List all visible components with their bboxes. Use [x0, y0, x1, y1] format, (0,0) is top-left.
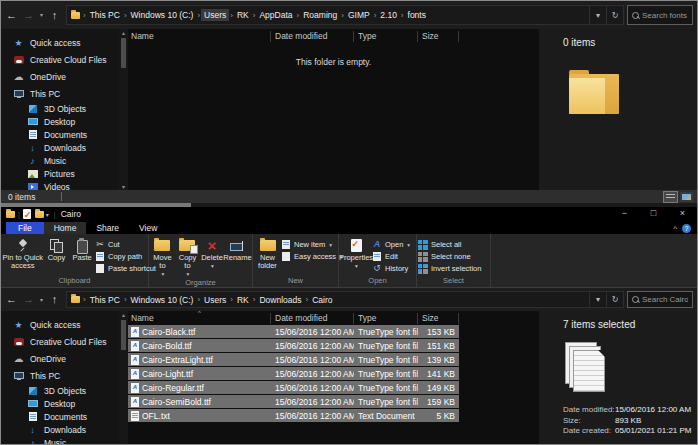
sidebar-scrollbar[interactable]: ▴ [119, 311, 128, 444]
back-icon[interactable]: ← [3, 10, 20, 21]
minimize-icon[interactable]: − [610, 207, 639, 221]
copy-button[interactable]: Copy [44, 236, 70, 276]
back-icon[interactable]: ← [3, 294, 20, 305]
sidebar-item-quick-access[interactable]: ★Quick access [1, 34, 119, 51]
breadcrumb-segment-2-10[interactable]: 2.10 [377, 9, 400, 21]
column-header-name[interactable]: Name [128, 31, 271, 42]
copy-to-button[interactable]: Copy to▾ [175, 236, 200, 278]
scrollbar-track[interactable] [119, 36, 128, 183]
close-icon[interactable]: × [668, 207, 697, 221]
help-icon[interactable]: ? [682, 224, 691, 233]
sidebar-item-desktop[interactable]: Desktop [1, 397, 119, 410]
breadcrumb-segment-roaming[interactable]: Roaming [300, 9, 340, 21]
tab-share[interactable]: Share [86, 222, 129, 234]
refresh-icon[interactable]: ↻ [606, 6, 623, 24]
select-none-button[interactable]: Select none [418, 251, 488, 262]
new-folder-qat-icon[interactable] [35, 211, 44, 218]
column-header-date-modified[interactable]: Date modified [271, 313, 354, 324]
previous-locations-icon[interactable]: ▾ [589, 292, 606, 307]
file-row-ofl-txt[interactable]: OFL.txt15/06/2016 12:00 AMText Document5… [128, 409, 459, 422]
scroll-down-icon[interactable]: ▾ [122, 183, 125, 190]
open-button[interactable]: AOpen▾ [372, 239, 414, 250]
breadcrumb-segment-this-pc[interactable]: This PC [87, 294, 123, 306]
invert-selection-button[interactable]: Invert selection [418, 263, 488, 274]
forward-icon[interactable]: → [20, 10, 37, 21]
sidebar-item-3d-objects[interactable]: 3D Objects [1, 384, 119, 397]
sidebar-item-this-pc[interactable]: This PC [1, 367, 119, 384]
column-header-type[interactable]: Type [354, 313, 418, 324]
sidebar-item-music[interactable]: ♪Music [1, 154, 119, 167]
breadcrumb-segment-gimp[interactable]: GIMP [345, 9, 373, 21]
column-header-date-modified[interactable]: Date modified [271, 31, 354, 42]
sidebar-item-quick-access[interactable]: ★Quick access [1, 316, 119, 333]
breadcrumb-segment-appdata[interactable]: AppData [256, 9, 295, 21]
file-row-cairo-regular-ttf[interactable]: Cairo-Regular.ttf15/06/2016 12:00 AMTrue… [128, 381, 459, 394]
paste-shortcut-button[interactable]: Paste shortcut [95, 263, 147, 274]
sidebar-item-onedrive[interactable]: ☁OneDrive [1, 68, 119, 85]
breadcrumb-segment-users[interactable]: Users [201, 9, 229, 21]
easy-access-button[interactable]: Easy access▾ [281, 251, 337, 262]
breadcrumb-segment-users[interactable]: Users [201, 294, 229, 306]
details-view-icon[interactable] [664, 192, 677, 202]
column-header-type[interactable]: Type [354, 31, 418, 42]
breadcrumb-segment-rk[interactable]: RK [234, 294, 252, 306]
sidebar-item-this-pc[interactable]: This PC [1, 85, 119, 102]
breadcrumb-segment-fonts[interactable]: fonts [405, 9, 429, 21]
rename-button[interactable]: Rename [224, 236, 251, 278]
sidebar-item-3d-objects[interactable]: 3D Objects [1, 102, 119, 115]
forward-icon[interactable]: → [20, 294, 37, 305]
history-button[interactable]: ↺History [372, 263, 414, 274]
paste-button[interactable]: Paste [69, 236, 95, 276]
column-header-size[interactable]: Size [418, 31, 459, 42]
select-all-button[interactable]: Select all [418, 239, 488, 250]
sidebar-item-videos[interactable]: Videos [1, 180, 119, 190]
tab-home[interactable]: Home [44, 222, 87, 234]
scrollbar-track[interactable] [119, 318, 128, 444]
refresh-icon[interactable]: ↻ [606, 292, 623, 307]
file-row-cairo-extralight-ttf[interactable]: Cairo-ExtraLight.ttf15/06/2016 12:00 AMT… [128, 353, 459, 366]
breadcrumb-segment-windows-10-c[interactable]: Windows 10 (C:) [128, 9, 197, 21]
recent-locations-icon[interactable]: ▾ [37, 12, 46, 18]
sidebar-item-documents[interactable]: Documents [1, 128, 119, 141]
breadcrumb-segment-cairo[interactable]: Cairo [309, 294, 335, 306]
new-folder-button[interactable]: New folder [254, 236, 281, 276]
column-header-size[interactable]: Size [418, 313, 459, 324]
scrollbar-thumb[interactable] [121, 38, 126, 68]
sidebar-item-creative-cloud-files[interactable]: Creative Cloud Files [1, 51, 119, 68]
properties-button[interactable]: Properties▾ [340, 236, 372, 276]
scrollbar-thumb[interactable] [121, 320, 126, 350]
edit-button[interactable]: Edit [372, 251, 414, 262]
sidebar-item-creative-cloud-files[interactable]: Creative Cloud Files [1, 333, 119, 350]
delete-button[interactable]: × Delete▾ [200, 236, 224, 278]
copy-path-button[interactable]: Copy path [95, 251, 147, 262]
sidebar-item-onedrive[interactable]: ☁OneDrive [1, 350, 119, 367]
up-icon[interactable]: ↑ [46, 10, 63, 21]
file-row-cairo-light-ttf[interactable]: Cairo-Light.ttf15/06/2016 12:00 AMTrueTy… [128, 367, 459, 380]
previous-locations-icon[interactable]: ▾ [589, 6, 606, 24]
breadcrumb-segment-rk[interactable]: RK [234, 9, 252, 21]
sidebar-item-documents[interactable]: Documents [1, 410, 119, 423]
breadcrumb-segment-windows-10-c[interactable]: Windows 10 (C:) [128, 294, 197, 306]
file-row-cairo-semibold-ttf[interactable]: Cairo-SemiBold.ttf15/06/2016 12:00 AMTru… [128, 395, 459, 408]
search-input[interactable]: Search Cairo [627, 291, 693, 308]
cut-button[interactable]: ✂Cut [95, 239, 147, 250]
file-row-cairo-bold-ttf[interactable]: Cairo-Bold.ttf15/06/2016 12:00 AMTrueTyp… [128, 339, 459, 352]
file-row-cairo-black-ttf[interactable]: Cairo-Black.ttf15/06/2016 12:00 AMTrueTy… [128, 325, 459, 338]
pin-to-quick-access-button[interactable]: Pin to Quick access [2, 236, 44, 276]
search-input[interactable]: Search fonts [627, 5, 693, 25]
collapse-ribbon-icon[interactable]: ^ [673, 224, 677, 233]
maximize-icon[interactable]: □ [639, 207, 668, 221]
tab-view[interactable]: View [129, 222, 167, 234]
address-field[interactable]: ›This PC›Windows 10 (C:)›Users›RK›AppDat… [66, 5, 624, 25]
move-to-button[interactable]: ← Move to▾ [150, 236, 175, 278]
sidebar-item-music[interactable]: ♪Music [1, 436, 119, 444]
large-icons-view-icon[interactable] [680, 192, 693, 202]
recent-locations-icon[interactable]: ▾ [37, 297, 46, 303]
tab-file[interactable]: File [6, 222, 44, 234]
scroll-up-icon[interactable]: ▴ [122, 311, 125, 318]
new-item-button[interactable]: New item▾ [281, 239, 337, 250]
sidebar-item-pictures[interactable]: Pictures [1, 167, 119, 180]
sidebar-item-downloads[interactable]: ↓Downloads [1, 423, 119, 436]
customize-qat-icon[interactable]: ▾ [46, 211, 49, 218]
up-icon[interactable]: ↑ [46, 294, 63, 305]
